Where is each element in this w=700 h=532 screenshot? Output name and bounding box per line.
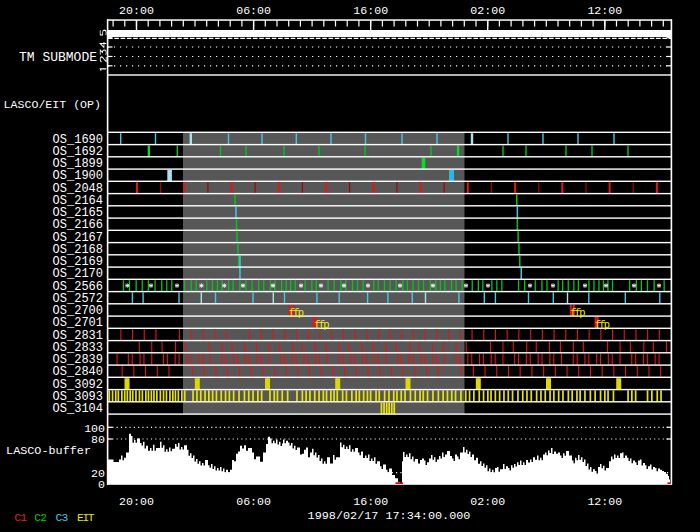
svg-text:02:00: 02:00: [470, 4, 505, 17]
svg-text:TM SUBMODE: TM SUBMODE: [19, 50, 97, 65]
svg-text:1998/02/17 17:34:00.000: 1998/02/17 17:34:00.000: [308, 509, 471, 523]
svg-text:ffp: ffp: [595, 319, 610, 331]
svg-text:02:00: 02:00: [470, 495, 505, 508]
svg-text:20:00: 20:00: [119, 495, 154, 508]
svg-text:LASCO-buffer: LASCO-buffer: [6, 444, 91, 458]
svg-text:20:00: 20:00: [119, 4, 154, 17]
svg-text:06:00: 06:00: [236, 4, 271, 17]
svg-text:12:00: 12:00: [587, 495, 622, 508]
svg-text:06:00: 06:00: [236, 495, 271, 508]
svg-text:ffp: ffp: [314, 319, 329, 331]
svg-text:C2: C2: [34, 512, 46, 524]
svg-text:80: 80: [91, 433, 105, 446]
svg-text:ffp: ffp: [289, 307, 304, 319]
svg-text:C1: C1: [14, 512, 27, 524]
svg-text:EIT: EIT: [77, 512, 95, 524]
svg-text:ffp: ffp: [570, 307, 585, 319]
svg-text:16:00: 16:00: [353, 495, 388, 508]
svg-text:OS_3104: OS_3104: [53, 402, 103, 416]
svg-text:0: 0: [98, 478, 105, 491]
svg-text:C3: C3: [56, 512, 69, 524]
svg-text:LASCO/EIT (OP): LASCO/EIT (OP): [4, 98, 101, 111]
svg-text:16:00: 16:00: [353, 4, 388, 17]
svg-text:12:00: 12:00: [587, 4, 622, 17]
